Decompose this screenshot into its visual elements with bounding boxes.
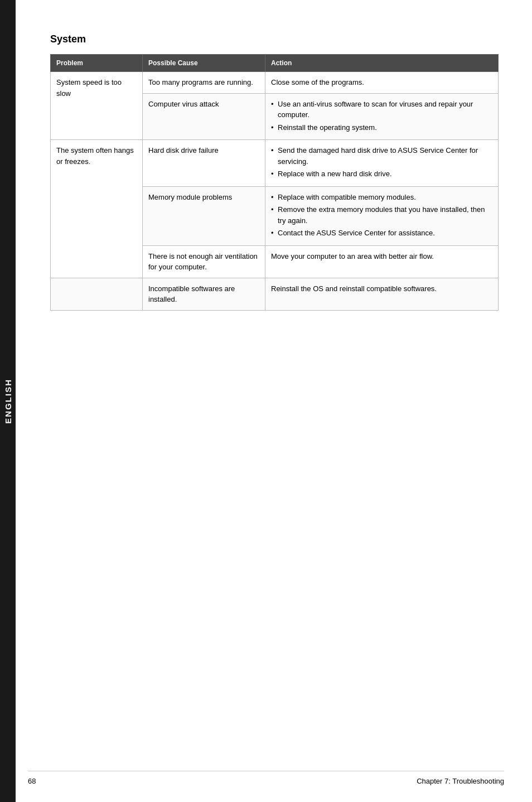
header-problem: Problem: [51, 55, 143, 72]
cell-action: Reinstall the OS and reinstall compatibl…: [265, 278, 499, 310]
cell-cause: Computer virus attack: [143, 93, 265, 140]
cell-action: Close some of the programs.: [265, 72, 499, 94]
cell-cause: Too many programs are running.: [143, 72, 265, 94]
cell-problem: The system often hangs or freezes.: [51, 140, 143, 278]
cell-problem: System speed is too slow: [51, 72, 143, 140]
cell-cause: There is not enough air ventilation for …: [143, 245, 265, 278]
cell-action: Send the damaged hard disk drive to ASUS…: [265, 140, 499, 187]
cell-cause: Incompatible softwares are installed.: [143, 278, 265, 310]
main-content: System Problem Possible Cause Action Sys…: [28, 0, 532, 344]
side-tab: ENGLISH: [0, 0, 16, 802]
section-title: System: [50, 33, 499, 45]
action-item: Remove the extra memory modules that you…: [271, 204, 492, 226]
action-item: Send the damaged hard disk drive to ASUS…: [271, 145, 492, 167]
cell-action: Replace with compatible memory modules. …: [265, 186, 499, 245]
troubleshoot-table: Problem Possible Cause Action System spe…: [50, 54, 499, 311]
table-row: The system often hangs or freezes. Hard …: [51, 140, 499, 187]
cell-cause: Memory module problems: [143, 186, 265, 245]
footer: 68 Chapter 7: Troubleshooting: [28, 771, 504, 785]
action-item: Replace with a new hard disk drive.: [271, 168, 492, 180]
cell-action: Use an anti-virus software to scan for v…: [265, 93, 499, 140]
chapter-label: Chapter 7: Troubleshooting: [417, 777, 504, 785]
cell-action: Move your computer to an area with bette…: [265, 245, 499, 278]
action-item: Use an anti-virus software to scan for v…: [271, 99, 492, 120]
header-cause: Possible Cause: [143, 55, 265, 72]
table-row: Incompatible softwares are installed. Re…: [51, 278, 499, 310]
page-number: 68: [28, 777, 36, 785]
action-item: Replace with compatible memory modules.: [271, 192, 492, 203]
action-item: Contact the ASUS Service Center for assi…: [271, 228, 492, 239]
action-item: Reinstall the operating system.: [271, 122, 492, 133]
table-row: System speed is too slow Too many progra…: [51, 72, 499, 94]
cell-problem: [51, 278, 143, 310]
header-action: Action: [265, 55, 499, 72]
side-tab-label: ENGLISH: [3, 379, 13, 424]
cell-cause: Hard disk drive failure: [143, 140, 265, 187]
